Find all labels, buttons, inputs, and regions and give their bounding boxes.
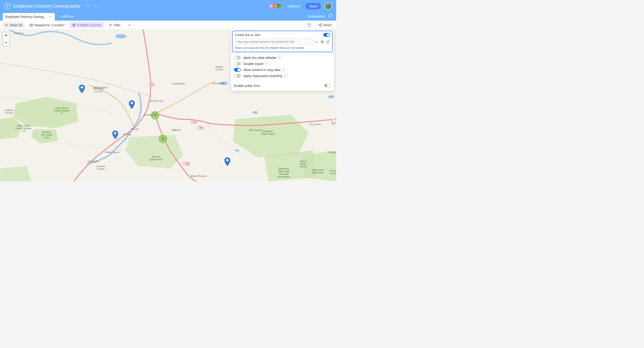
- map-place-label: Moscow: [172, 129, 181, 131]
- public-form-label: Enable public form: [234, 84, 260, 88]
- share-panel-title: Create link to view: [235, 33, 260, 37]
- svg-point-3: [50, 16, 50, 17]
- share-option-toggle[interactable]: [234, 68, 241, 72]
- zoom-in-button[interactable]: +: [3, 32, 10, 39]
- filter-button[interactable]: Filter: [106, 22, 123, 28]
- map-place-label: Moosic: [131, 128, 139, 130]
- info-icon[interactable]: i: [282, 68, 285, 72]
- map-pin[interactable]: [129, 100, 135, 110]
- map-place-label: WayneCounty: [216, 65, 223, 71]
- svg-point-30: [226, 159, 228, 161]
- map-park-label: StokesStateForest: [300, 160, 307, 168]
- map-place-label: Scranton: [144, 114, 154, 116]
- map-park-label: State GameLands Number57: [54, 107, 70, 115]
- share-option-toggle[interactable]: [234, 74, 241, 78]
- history-button[interactable]: [306, 22, 314, 28]
- map-pin[interactable]: [79, 85, 85, 94]
- team-button[interactable]: Team: [306, 3, 321, 10]
- tab-more-icon[interactable]: [49, 15, 52, 19]
- share-option-label: Apply organization brandingi: [244, 74, 331, 78]
- share-option-label: Disable exporti: [244, 62, 331, 66]
- views-label: Views (8): [10, 23, 22, 27]
- filter-icon: [109, 23, 112, 27]
- app-title: Employee Directory Demographic: [14, 4, 80, 9]
- header-more-icon[interactable]: [84, 3, 90, 10]
- share-option-row: Disable exporti: [234, 61, 331, 67]
- map-place-label: Pittston: [124, 133, 132, 136]
- addons-link[interactable]: Add-ons: [288, 4, 300, 8]
- info-icon[interactable]: i: [278, 56, 281, 59]
- route-badge: I 84: [331, 119, 336, 125]
- mapped-by-button[interactable]: Mapped by "Location": [27, 22, 67, 28]
- info-icon[interactable]: i: [265, 62, 268, 65]
- share-hint: Share your data with this link (hidden f…: [235, 46, 330, 50]
- share-option-toggle[interactable]: [234, 56, 241, 60]
- svg-point-15: [321, 24, 322, 25]
- plus-icon: +: [58, 15, 60, 18]
- zoom-controls: + −: [2, 32, 10, 46]
- share-option-label: Allow viewers to copy datai: [244, 68, 331, 72]
- share-button[interactable]: Share: [316, 22, 334, 28]
- views-button[interactable]: Views (8): [2, 22, 24, 28]
- share-option-toggle[interactable]: [234, 62, 241, 66]
- svg-point-22: [252, 111, 258, 114]
- svg-point-26: [328, 95, 334, 98]
- collaborator-avatars[interactable]: M A: [268, 3, 282, 9]
- open-external-icon[interactable]: [326, 40, 330, 44]
- map-place-label: Towanda: [14, 32, 23, 35]
- hidden-columns-button[interactable]: 8 hidden columns: [70, 22, 104, 28]
- map-park-label: PinchotState Forest: [149, 155, 163, 161]
- svg-line-18: [320, 24, 321, 25]
- svg-rect-6: [329, 14, 332, 17]
- share-label: Share: [323, 23, 332, 27]
- tabs-row: Employee Directory Demog… + Add new Auto…: [0, 12, 336, 21]
- map-park-label: State GameLands Number13: [16, 124, 32, 132]
- zoom-out-button[interactable]: −: [3, 39, 10, 46]
- svg-point-27: [81, 86, 83, 89]
- svg-point-4: [50, 16, 51, 17]
- share-icon: [318, 23, 322, 27]
- chevron-down-icon[interactable]: [93, 3, 98, 9]
- svg-rect-31: [322, 41, 323, 43]
- map-pin[interactable]: [112, 131, 118, 140]
- hidden-cols-label: 8 hidden columns: [77, 23, 102, 27]
- svg-rect-11: [74, 24, 74, 26]
- map-place-label: LuzerneCounty: [96, 165, 105, 170]
- copy-icon[interactable]: [320, 40, 324, 44]
- automations-link[interactable]: Automations: [308, 15, 325, 18]
- add-toolbar-button[interactable]: [126, 22, 134, 28]
- svg-rect-10: [73, 24, 74, 26]
- share-option-row: Allow viewers to copy datai: [234, 67, 331, 73]
- route-badge: I 380: [184, 162, 190, 165]
- svg-rect-12: [74, 24, 75, 26]
- share-option-row: Make this table editablei: [234, 55, 331, 61]
- map-place-label: SullivanCounty: [5, 109, 14, 114]
- chat-icon[interactable]: [327, 13, 334, 20]
- create-link-toggle[interactable]: [323, 33, 330, 37]
- embed-icon[interactable]: [314, 40, 318, 44]
- map-place-label: Wantage: [328, 151, 336, 154]
- public-form-toggle[interactable]: [324, 84, 331, 88]
- history-icon: [308, 23, 311, 27]
- tab-active[interactable]: Employee Directory Demog…: [3, 13, 55, 21]
- info-icon[interactable]: i: [284, 74, 287, 78]
- map-place-label: Carbondale: [172, 82, 185, 85]
- user-avatar[interactable]: [324, 3, 332, 10]
- map-park-label: High PointState Park: [312, 169, 323, 174]
- app-logo-icon: [4, 3, 11, 9]
- map-cluster[interactable]: 2: [159, 135, 167, 143]
- route-badge: I 84: [192, 120, 197, 124]
- add-new-tab-button[interactable]: + Add new: [58, 15, 74, 18]
- svg-point-5: [51, 16, 52, 17]
- map-place-label: Honesdale: [212, 82, 224, 85]
- share-option-row: Apply organization brandingi: [234, 73, 331, 79]
- svg-point-29: [114, 132, 116, 134]
- share-link-input[interactable]: [235, 39, 312, 45]
- map-place-label: Mount Pocono: [191, 175, 207, 177]
- svg-rect-32: [321, 41, 323, 42]
- map-pin[interactable]: [224, 157, 230, 167]
- plus-icon: [128, 23, 131, 27]
- map-place-label: SussexCounty: [330, 169, 336, 175]
- map-park-label: DelawareState Forest: [261, 130, 274, 135]
- map-park-label: DelawareWater GapNationalRecreation: [278, 167, 290, 178]
